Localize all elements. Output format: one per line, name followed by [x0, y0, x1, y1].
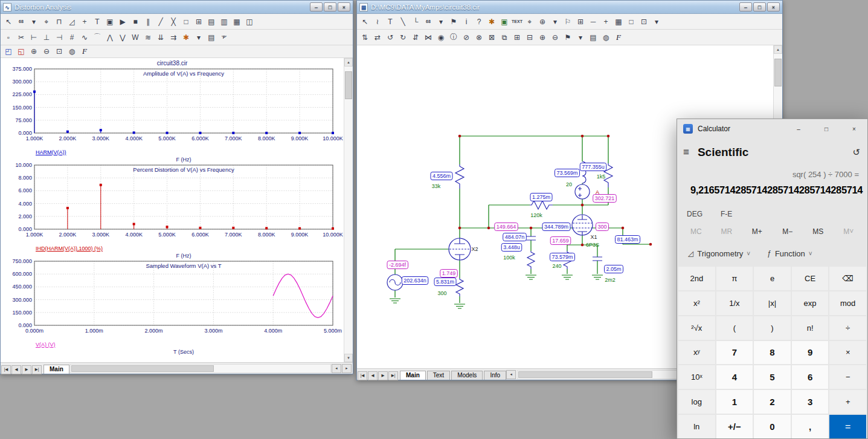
picture-tool-icon[interactable]: ▣ [498, 16, 510, 27]
key-square-root[interactable]: ²√x [678, 316, 715, 340]
component-label[interactable]: 5.831m [436, 279, 454, 285]
probe-target-icon[interactable]: ⌖ [524, 16, 536, 27]
rotate-cw-icon[interactable]: ↻ [397, 31, 409, 43]
formula-f-icon[interactable]: F [79, 46, 91, 57]
key-four[interactable]: 4 [716, 365, 753, 389]
component-label[interactable]: 300 [597, 224, 606, 230]
last-page-button[interactable]: ▶| [32, 365, 42, 374]
component-label[interactable]: 302.721 [595, 195, 615, 201]
dropdown-caret-icon[interactable]: ▾ [28, 16, 40, 27]
diagonal-cursor-icon[interactable]: ╳ [167, 16, 179, 27]
maximize-button[interactable]: □ [813, 119, 840, 138]
key-six[interactable]: 6 [792, 365, 829, 389]
series-expression[interactable]: IHD(HARM(V(A)),1000) (%) [36, 246, 103, 252]
scale-y-icon[interactable]: ◱ [15, 46, 27, 57]
maximize-button[interactable]: □ [324, 2, 336, 11]
zoom-out-icon[interactable]: ⊖ [549, 31, 561, 43]
vertical-scrollbar[interactable]: ▲ ▼ [344, 58, 353, 362]
series-expression[interactable]: HARM(V(A)) [36, 149, 66, 155]
zoom-in-icon[interactable]: ⊕ [536, 31, 548, 43]
close-button[interactable]: × [338, 2, 350, 11]
close-button[interactable]: × [841, 119, 867, 138]
key-power[interactable]: xʸ [678, 341, 715, 365]
graph-list-icon[interactable]: 68 [15, 16, 27, 27]
key-equals[interactable]: = [829, 415, 866, 438]
scroll-up-icon[interactable]: ▲ [344, 58, 353, 67]
component-label[interactable]: 73.569m [556, 170, 577, 176]
component-label[interactable]: 20 [566, 181, 572, 187]
scroll-down-icon[interactable]: ▼ [344, 354, 353, 362]
key-close-paren[interactable]: ) [754, 316, 791, 340]
component-label[interactable]: X1 [590, 234, 597, 240]
paste-page-icon[interactable]: ⧉ [498, 31, 510, 43]
wire-straight-icon[interactable]: ─ [587, 16, 599, 27]
help-tool-icon[interactable]: ? [473, 16, 485, 27]
settings-gear-icon[interactable]: ✱ [486, 16, 498, 27]
dropdown-caret-icon[interactable]: ▾ [193, 31, 205, 43]
scale-x-icon[interactable]: ◰ [2, 46, 14, 57]
web-globe-icon[interactable]: ◍ [600, 31, 612, 43]
info-tool-icon[interactable]: i [460, 16, 472, 27]
flip-horizontal-icon[interactable]: ⇄ [371, 31, 384, 43]
key-pi[interactable]: π [716, 267, 753, 290]
triangle-wave-icon[interactable]: ⋀ [104, 31, 116, 43]
tab-main[interactable]: Main [43, 365, 69, 374]
tab-info[interactable]: Info [484, 371, 506, 380]
memory-mc-button[interactable]: MC [681, 227, 712, 236]
component-label[interactable]: 81.463m [617, 236, 638, 242]
component-label[interactable]: 1.749 [442, 270, 456, 276]
component-label[interactable]: X2 [471, 246, 478, 252]
memory-m˅-button[interactable]: M˅ [834, 227, 864, 236]
key-log[interactable]: log [678, 390, 715, 414]
component-label[interactable]: 484.07n [505, 234, 525, 240]
key-divide[interactable]: ÷ [829, 316, 866, 340]
list-view-icon[interactable]: ▤ [205, 31, 217, 43]
tab-models[interactable]: Models [451, 371, 483, 380]
component-label[interactable]: 240 [552, 263, 561, 269]
minimize-button[interactable]: – [785, 119, 812, 138]
zoom-box-in-icon[interactable]: ⊞ [511, 31, 523, 43]
component-label[interactable]: 1k5 [597, 174, 606, 180]
minimize-button[interactable]: – [739, 2, 752, 11]
key-ln[interactable]: ln [678, 415, 715, 438]
add-part-icon[interactable]: ⊞ [574, 16, 587, 27]
select-arrow-icon[interactable]: ↖ [2, 16, 14, 27]
component-label[interactable]: 120k [530, 212, 542, 218]
flag-tool-icon[interactable]: ⚑ [562, 31, 574, 43]
pause-analysis-icon[interactable]: ∥ [142, 16, 154, 27]
key-negate[interactable]: +/− [716, 415, 753, 438]
function-dropdown[interactable]: ƒFunction˅ [762, 246, 817, 261]
key-multiply[interactable]: × [829, 341, 866, 365]
key-reciprocal[interactable]: 1/x [716, 291, 753, 315]
maximize-button[interactable]: □ [753, 2, 766, 11]
analysis-titlebar[interactable]: ∿ Distortion Analysis –□× [1, 1, 353, 14]
calculator-titlebar[interactable]: ▦ Calculator –□× [677, 119, 867, 138]
key-ten-power[interactable]: 10ˣ [678, 365, 715, 389]
panel-split-icon[interactable]: ◫ [243, 16, 256, 27]
flag-white-icon[interactable]: ⚐ [562, 16, 574, 27]
text-tool-icon[interactable]: T [384, 16, 396, 27]
key-mod[interactable]: mod [829, 291, 866, 315]
mirror-tool-icon[interactable]: ⋈ [422, 31, 434, 43]
component-label[interactable]: 6P3S [586, 242, 599, 248]
clip-region-icon[interactable]: ▫ [2, 31, 14, 43]
component-label[interactable]: 17.659 [552, 238, 569, 244]
menu-icon[interactable]: ≡ [683, 146, 689, 158]
key-subtract[interactable]: − [829, 365, 866, 389]
prev-page-button[interactable]: ◀ [11, 365, 21, 374]
grid-toggle-icon[interactable]: ▦ [612, 16, 625, 27]
key-one[interactable]: 1 [716, 390, 753, 414]
trim-tool-icon[interactable]: ✂ [15, 31, 27, 43]
box-tool-icon[interactable]: □ [625, 16, 637, 27]
wire-tool-icon[interactable]: ≀ [371, 16, 384, 27]
component-label[interactable]: 3.448u [503, 244, 520, 250]
text-label-icon[interactable]: TEXT [511, 16, 523, 27]
dropdown-caret-icon[interactable]: ▾ [574, 31, 587, 43]
component-label[interactable]: 4.556m [432, 173, 451, 179]
key-add[interactable]: + [829, 390, 866, 414]
first-page-button[interactable]: |◀ [358, 371, 367, 380]
component-label[interactable]: 149.664 [497, 224, 516, 230]
scroll-right-icon[interactable]: ▸ [342, 364, 352, 373]
dropdown-caret-icon[interactable]: ▾ [435, 16, 447, 27]
zoom-window-icon[interactable]: ⊡ [53, 46, 65, 57]
